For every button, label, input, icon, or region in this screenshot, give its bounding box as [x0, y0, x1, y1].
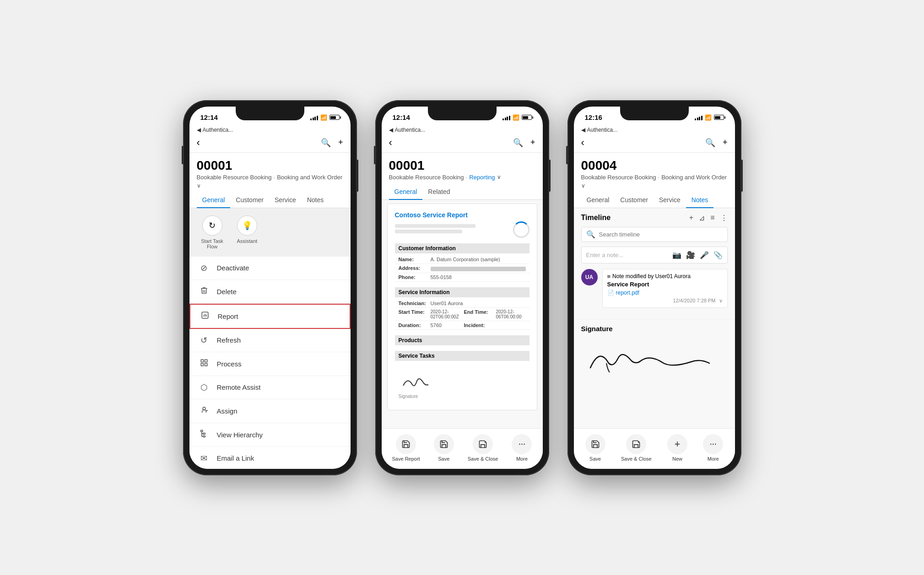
timeline-title: Timeline [581, 214, 611, 222]
tab-customer-1[interactable]: Customer [230, 193, 269, 208]
view-hierarchy-label: View Hierarchy [217, 431, 263, 439]
svg-point-8 [203, 407, 205, 410]
status-icons-2: 📶 [503, 114, 532, 121]
note-placeholder: Enter a note... [586, 252, 672, 258]
menu-refresh[interactable]: ↺ Refresh [189, 329, 351, 352]
svg-rect-4 [201, 360, 203, 362]
tab-service-1[interactable]: Service [269, 193, 302, 208]
timeline-search-input[interactable] [599, 231, 723, 238]
add-icon-2[interactable]: + [530, 138, 535, 147]
menu-deactivate[interactable]: ⊘ Deactivate [189, 257, 351, 280]
report-duration-row: Duration: 5760 Incident: [395, 321, 530, 330]
menu-assign[interactable]: Assign [189, 399, 351, 423]
notch-3 [620, 107, 689, 120]
tab-notes-3[interactable]: Notes [686, 193, 714, 208]
record-number-3: 00004 [581, 158, 728, 173]
notch-1 [236, 107, 304, 120]
search-icon-3[interactable]: 🔍 [705, 138, 715, 148]
nav-bar-1: ‹ 🔍 + [189, 135, 351, 153]
refresh-label: Refresh [217, 336, 241, 344]
new-button-3[interactable]: + New [667, 434, 687, 462]
nav-bar-2: ‹ 🔍 + [382, 135, 543, 153]
reporting-badge[interactable]: Reporting [469, 174, 495, 181]
back-button-3[interactable]: ‹ [581, 137, 584, 149]
timeline-filter-icon[interactable]: ⊿ [699, 214, 705, 222]
service-tasks-section: Service Tasks [395, 351, 530, 361]
report-icon [200, 311, 211, 322]
note-avatar-1: UA [581, 269, 598, 285]
signature-drawing [581, 338, 719, 379]
wifi-icon-3: 📶 [705, 114, 712, 121]
reporting-chevron[interactable]: ∨ [497, 174, 501, 180]
bottom-bar-2: Save Report Save Save & Close ··· Mo [382, 428, 543, 469]
save-report-button[interactable]: Save Report [392, 434, 420, 462]
refresh-icon: ↺ [199, 335, 210, 345]
status-icons-1: 📶 [310, 114, 340, 121]
save-button-2[interactable]: Save [434, 434, 454, 462]
save-close-button-3[interactable]: Save & Close [621, 434, 652, 462]
menu-report[interactable]: Report [189, 304, 351, 329]
save-button-3[interactable]: Save [585, 434, 605, 462]
add-icon-3[interactable]: + [723, 138, 728, 147]
svg-rect-6 [201, 363, 203, 365]
assistant-action[interactable]: 💡 Assistant [237, 215, 258, 249]
more-button-2[interactable]: ··· More [512, 434, 532, 462]
carrier-1: Authentica... [203, 127, 233, 133]
tab-notes-1[interactable]: Notes [302, 193, 330, 208]
signal-icon-3 [695, 115, 702, 120]
tab-customer-3[interactable]: Customer [615, 193, 654, 208]
tab-general-3[interactable]: General [581, 193, 615, 208]
timeline-more-icon[interactable]: ⋮ [720, 214, 728, 222]
tabs-bar-2: General Related [382, 184, 543, 200]
attachment-icon[interactable]: 📎 [713, 251, 723, 259]
expand-icon[interactable]: ∨ [719, 298, 723, 303]
menu-view-hierarchy[interactable]: View Hierarchy [189, 423, 351, 447]
report-time-row: Start Time: 2020-12-02T06:00:00Z End Tim… [395, 308, 530, 321]
note-title-1: Service Report [607, 281, 723, 288]
svg-rect-7 [205, 363, 207, 365]
phone-1: 12:14 📶 ◀ Authentica... [183, 100, 357, 475]
tab-general-1[interactable]: General [197, 193, 231, 208]
search-icon-2[interactable]: 🔍 [513, 138, 523, 148]
timeline-add-icon[interactable]: + [689, 214, 693, 222]
subtitle-chevron-3[interactable]: ∨ [581, 183, 585, 189]
back-button-2[interactable]: ‹ [389, 137, 392, 149]
time-1: 12:14 [200, 113, 218, 121]
status-icons-3: 📶 [695, 114, 724, 121]
menu-delete[interactable]: Delete [189, 280, 351, 304]
note-input-row[interactable]: Enter a note... 📷 🎥 🎤 📎 [581, 247, 728, 263]
quick-actions-1: ↻ Start Task Flow 💡 Assistant [189, 208, 351, 257]
video-icon[interactable]: 🎥 [686, 251, 695, 259]
signature-section: Signature [574, 319, 735, 389]
assistant-label: Assistant [237, 238, 258, 244]
start-task-flow-action[interactable]: ↻ Start Task Flow [199, 215, 226, 249]
add-icon-1[interactable]: + [338, 138, 343, 147]
deactivate-icon: ⊘ [199, 263, 210, 273]
timeline-search-box[interactable]: 🔍 [581, 227, 728, 242]
tab-related-2[interactable]: Related [422, 184, 455, 200]
report-address-row: Address: [395, 264, 530, 273]
record-subtitle-3: Bookable Resource Booking · Booking and … [581, 174, 728, 189]
save-close-button-2[interactable]: Save & Close [468, 434, 498, 462]
menu-email-link[interactable]: ✉ Email a Link [189, 447, 351, 469]
report-container: Contoso Service Report Customer Informat… [387, 204, 537, 410]
menu-remote-assist[interactable]: ⬡ Remote Assist [189, 376, 351, 399]
timeline-list-icon[interactable]: ≡ [710, 214, 714, 222]
note-link-1[interactable]: 📄 report.pdf [607, 290, 723, 296]
carrier-3: Authentica... [587, 127, 618, 133]
camera-icon[interactable]: 📷 [672, 251, 681, 259]
subtitle-chevron-1[interactable]: ∨ [197, 183, 201, 189]
tab-service-3[interactable]: Service [654, 193, 686, 208]
more-button-3[interactable]: ··· More [703, 434, 723, 462]
signature-canvas [581, 338, 728, 384]
menu-process[interactable]: Process [189, 352, 351, 376]
search-icon-1[interactable]: 🔍 [321, 138, 331, 148]
blurred-line-2 [395, 230, 462, 233]
assistant-icon: 💡 [237, 215, 257, 236]
battery-icon-1 [330, 115, 340, 120]
blurred-line-1 [395, 224, 476, 228]
back-indicator-1: ◀ [197, 127, 201, 133]
tab-general-2[interactable]: General [389, 184, 423, 200]
back-button-1[interactable]: ‹ [197, 137, 200, 149]
mic-icon[interactable]: 🎤 [700, 251, 709, 259]
